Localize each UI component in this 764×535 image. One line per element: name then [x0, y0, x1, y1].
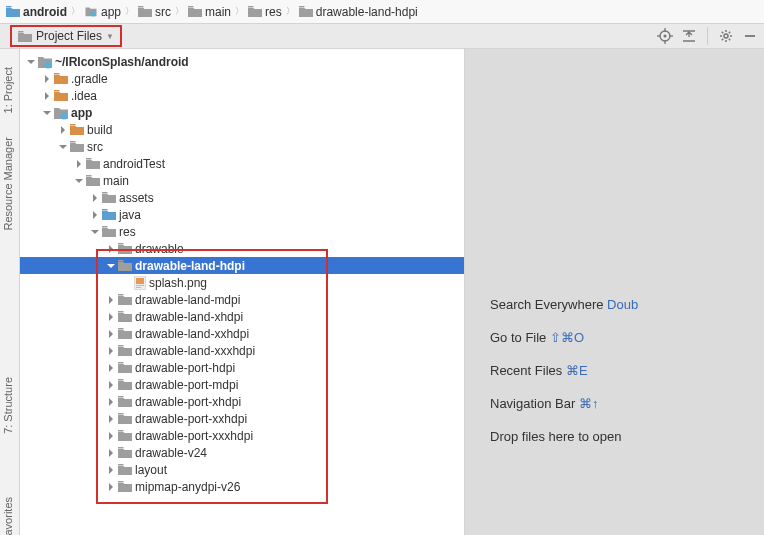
tree-row[interactable]: layout — [20, 461, 464, 478]
arrow-right-icon[interactable] — [74, 159, 84, 169]
folder-icon — [54, 90, 68, 101]
gear-icon[interactable] — [718, 28, 734, 44]
tree-row-selected[interactable]: drawable-land-hdpi — [20, 257, 464, 274]
tree-row[interactable]: main — [20, 172, 464, 189]
arrow-down-icon[interactable] — [106, 261, 116, 271]
tree-label: src — [84, 140, 103, 154]
breadcrumb-item[interactable]: main — [188, 5, 231, 19]
tree-label: java — [116, 208, 141, 222]
separator — [707, 27, 708, 45]
minimize-icon[interactable] — [742, 28, 758, 44]
arrow-right-icon[interactable] — [90, 193, 100, 203]
breadcrumb-item[interactable]: app — [84, 5, 121, 19]
sidebar-tab-project[interactable]: 1: Project — [0, 59, 16, 121]
tree-row[interactable]: drawable-port-xxxhdpi — [20, 427, 464, 444]
chevron-right-icon: 〉 — [285, 5, 296, 18]
breadcrumb-item[interactable]: res — [248, 5, 282, 19]
tree-row[interactable]: res — [20, 223, 464, 240]
breadcrumb-item[interactable]: drawable-land-hdpi — [299, 5, 418, 19]
arrow-right-icon[interactable] — [106, 448, 116, 458]
tree-row[interactable]: drawable-v24 — [20, 444, 464, 461]
tree-row[interactable]: drawable-port-xhdpi — [20, 393, 464, 410]
collapse-all-icon[interactable] — [681, 28, 697, 44]
folder-icon — [102, 209, 116, 220]
arrow-down-icon[interactable] — [74, 176, 84, 186]
tree-label: drawable-port-mdpi — [132, 378, 238, 392]
tree-row[interactable]: app — [20, 104, 464, 121]
arrow-right-icon[interactable] — [106, 346, 116, 356]
project-toolbar: Project Files ▼ — [0, 24, 764, 49]
folder-icon — [138, 6, 152, 17]
tree-row[interactable]: mipmap-anydpi-v26 — [20, 478, 464, 495]
tree-row-root[interactable]: ~/IRIconSplash/android — [20, 53, 464, 70]
folder-icon — [118, 294, 132, 305]
tree-label: assets — [116, 191, 154, 205]
arrow-right-icon[interactable] — [106, 329, 116, 339]
tree-row[interactable]: .gradle — [20, 70, 464, 87]
tree-label: drawable-land-hdpi — [132, 259, 245, 273]
target-icon[interactable] — [657, 28, 673, 44]
folder-icon — [70, 141, 84, 152]
chevron-down-icon: ▼ — [106, 32, 114, 41]
tree-row[interactable]: drawable-land-xxhdpi — [20, 325, 464, 342]
sidebar-tab-resource-manager[interactable]: Resource Manager — [0, 129, 16, 239]
tree-row[interactable]: drawable — [20, 240, 464, 257]
sidebar-tab-structure[interactable]: 7: Structure — [0, 369, 16, 442]
tree-row[interactable]: splash.png — [20, 274, 464, 291]
tree-row[interactable]: .idea — [20, 87, 464, 104]
tree-row[interactable]: drawable-port-hdpi — [20, 359, 464, 376]
folder-icon — [54, 73, 68, 84]
tree-row[interactable]: androidTest — [20, 155, 464, 172]
tree-row[interactable]: drawable-land-xxxhdpi — [20, 342, 464, 359]
arrow-right-icon[interactable] — [106, 465, 116, 475]
arrow-right-icon[interactable] — [42, 74, 52, 84]
folder-icon — [118, 311, 132, 322]
arrow-right-icon[interactable] — [106, 363, 116, 373]
folder-icon — [118, 328, 132, 339]
tree-label: build — [84, 123, 112, 137]
module-icon — [54, 106, 68, 120]
folder-icon — [102, 226, 116, 237]
tree-row[interactable]: drawable-land-mdpi — [20, 291, 464, 308]
chevron-right-icon: 〉 — [234, 5, 245, 18]
tree-label: drawable-land-xxhdpi — [132, 327, 249, 341]
breadcrumb-item[interactable]: android — [6, 5, 67, 19]
tree-row[interactable]: assets — [20, 189, 464, 206]
arrow-down-icon[interactable] — [42, 108, 52, 118]
breadcrumb-item[interactable]: src — [138, 5, 171, 19]
tree-row[interactable]: java — [20, 206, 464, 223]
folder-icon — [102, 192, 116, 203]
arrow-right-icon[interactable] — [106, 397, 116, 407]
tree-row[interactable]: drawable-land-xhdpi — [20, 308, 464, 325]
arrow-down-icon[interactable] — [90, 227, 100, 237]
arrow-right-icon[interactable] — [106, 244, 116, 254]
tip-drop-files: Drop files here to open — [490, 429, 764, 444]
arrow-right-icon[interactable] — [106, 295, 116, 305]
arrow-right-icon[interactable] — [42, 91, 52, 101]
arrow-down-icon[interactable] — [26, 57, 36, 67]
tree-label: drawable-v24 — [132, 446, 207, 460]
arrow-right-icon[interactable] — [58, 125, 68, 135]
tree-row[interactable]: drawable-port-xxhdpi — [20, 410, 464, 427]
tree-row[interactable]: drawable-port-mdpi — [20, 376, 464, 393]
folder-icon — [6, 6, 20, 17]
folder-icon — [118, 243, 132, 254]
arrow-right-icon[interactable] — [90, 210, 100, 220]
arrow-right-icon[interactable] — [106, 380, 116, 390]
arrow-right-icon[interactable] — [106, 312, 116, 322]
tree-label: .idea — [68, 89, 97, 103]
arrow-right-icon[interactable] — [106, 482, 116, 492]
folder-icon — [118, 362, 132, 373]
arrow-right-icon[interactable] — [106, 414, 116, 424]
tip-navigation-bar: Navigation Bar ⌘↑ — [490, 396, 764, 411]
sidebar-tab-favorites[interactable]: 2: Favorites — [0, 489, 16, 535]
arrow-right-icon[interactable] — [106, 431, 116, 441]
tree-row[interactable]: src — [20, 138, 464, 155]
project-tree[interactable]: ~/IRIconSplash/android .gradle .idea app… — [20, 49, 465, 535]
arrow-down-icon[interactable] — [58, 142, 68, 152]
tip-goto-file: Go to File ⇧⌘O — [490, 330, 764, 345]
tree-label: layout — [132, 463, 167, 477]
project-view-dropdown[interactable]: Project Files ▼ — [10, 25, 122, 47]
tree-label: drawable-port-xhdpi — [132, 395, 241, 409]
tree-row[interactable]: build — [20, 121, 464, 138]
